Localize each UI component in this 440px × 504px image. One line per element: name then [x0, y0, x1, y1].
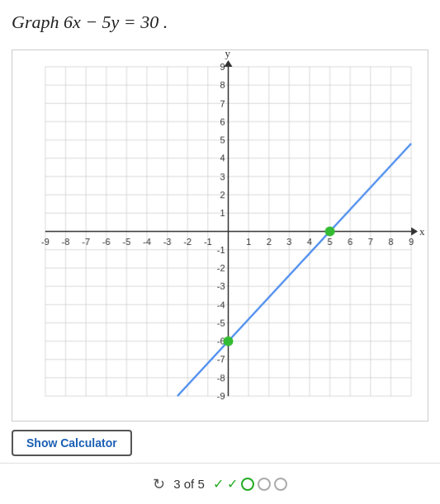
- check-4: [258, 478, 271, 491]
- check-3: [241, 478, 254, 491]
- check-5: [274, 478, 287, 491]
- graph-canvas: [12, 50, 428, 421]
- graph-container: [12, 49, 428, 422]
- progress-text: 3 of 5: [173, 477, 205, 491]
- check-1: ✓: [213, 476, 224, 492]
- show-calculator-button[interactable]: Show Calculator: [12, 430, 132, 456]
- progress-checks: ✓ ✓: [213, 476, 287, 492]
- refresh-icon[interactable]: ↻: [153, 475, 165, 493]
- footer-bar: ↻ 3 of 5 ✓ ✓: [0, 463, 440, 504]
- check-2: ✓: [227, 476, 238, 492]
- page-title: Graph 6x − 5y = 30 .: [12, 12, 168, 33]
